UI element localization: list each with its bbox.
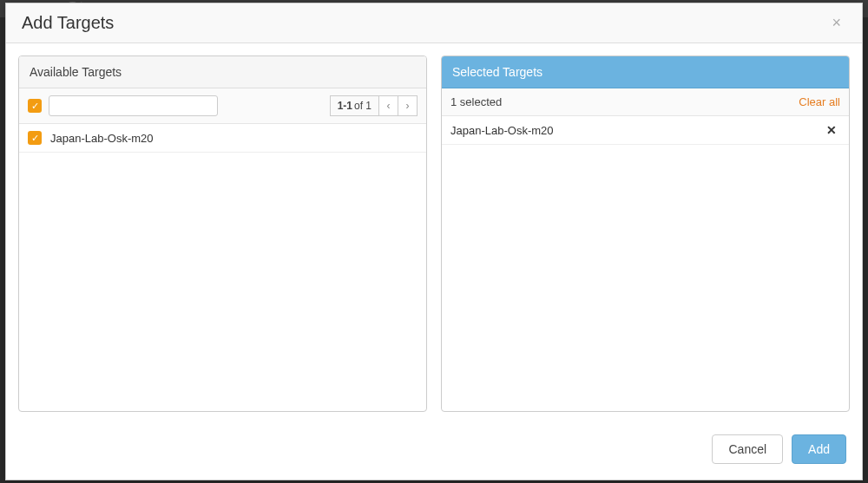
selected-count: 1 selected [450,95,502,108]
pager-next-button[interactable]: › [398,95,418,116]
item-label: Japan-Lab-Osk-m20 [50,132,154,145]
chevron-right-icon: › [406,100,410,112]
selected-targets-panel: Selected Targets 1 selected Clear all Ja… [441,55,850,412]
pager-info: 1-1 of 1 [330,95,379,116]
available-targets-panel: Available Targets ✓ 1-1 of 1 ‹ › [18,55,427,412]
selected-toolbar: 1 selected Clear all [442,88,849,116]
close-icon[interactable]: × [826,12,846,34]
modal-header: Add Targets × [6,3,862,43]
pager-range: 1-1 [338,100,352,112]
close-icon: ✕ [826,123,837,137]
item-label: Japan-Lab-Osk-m20 [450,124,554,137]
add-button[interactable]: Add [792,434,846,464]
cancel-button[interactable]: Cancel [712,434,783,464]
add-targets-modal: Add Targets × Available Targets ✓ 1-1 of… [5,3,863,480]
selected-list: Japan-Lab-Osk-m20 ✕ [442,116,849,411]
available-list: ✓ Japan-Lab-Osk-m20 [19,124,426,411]
modal-footer: Cancel Add [6,424,862,480]
item-checkbox[interactable]: ✓ [28,131,42,145]
clear-all-link[interactable]: Clear all [799,95,840,108]
available-list-item[interactable]: ✓ Japan-Lab-Osk-m20 [19,124,426,153]
selected-list-item: Japan-Lab-Osk-m20 ✕ [442,116,849,145]
select-all-checkbox[interactable]: ✓ [28,99,42,113]
pager: 1-1 of 1 ‹ › [330,95,418,116]
selected-targets-header: Selected Targets [442,56,849,88]
pager-of: of 1 [354,100,372,112]
search-input[interactable] [49,95,218,116]
chevron-left-icon: ‹ [387,100,391,112]
available-targets-header: Available Targets [19,56,426,88]
remove-item-button[interactable]: ✕ [823,123,840,137]
modal-body: Available Targets ✓ 1-1 of 1 ‹ › [6,43,862,424]
modal-title: Add Targets [22,13,114,33]
pager-prev-button[interactable]: ‹ [379,95,398,116]
available-toolbar: ✓ 1-1 of 1 ‹ › [19,88,426,124]
